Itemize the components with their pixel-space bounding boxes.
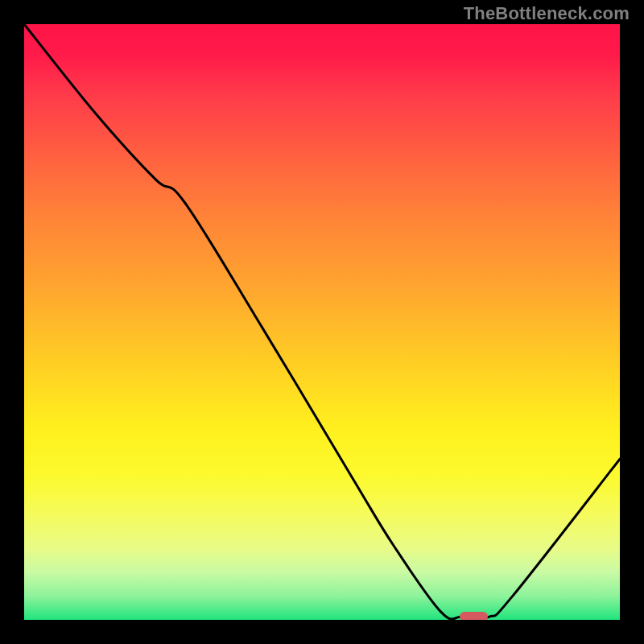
optimal-point-marker bbox=[460, 612, 489, 620]
bottleneck-curve-path bbox=[24, 24, 620, 619]
attribution-text: TheBottleneck.com bbox=[464, 3, 630, 24]
bottleneck-curve-svg bbox=[24, 24, 620, 620]
chart-plot-area bbox=[24, 24, 620, 620]
